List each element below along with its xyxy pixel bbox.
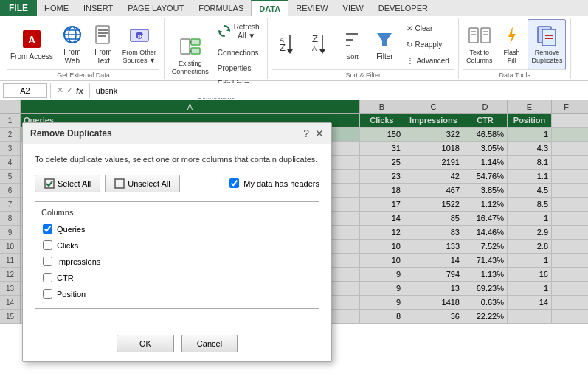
clear-button[interactable]: ✕ Clear [402,21,453,35]
refresh-icon [217,24,232,38]
svg-marker-39 [508,27,516,44]
column-checkbox-position[interactable] [43,289,52,299]
sort-asc-icon: A Z [275,32,299,55]
flash-fill-button[interactable]: FlashFill [497,19,526,69]
my-data-headers-checkbox[interactable] [229,178,239,188]
from-other-sources-icon: DB [128,24,151,47]
tab-view[interactable]: VIEW [336,0,371,16]
column-item-position: Position [41,286,313,302]
svg-text:A: A [312,45,317,52]
ok-button[interactable]: OK [117,335,174,352]
formula-bar-divider2 [89,83,90,98]
tab-page-layout[interactable]: PAGE LAYOUT [120,0,191,16]
from-text-icon [91,23,115,46]
column-checkbox-queries[interactable] [43,224,52,234]
from-web-icon [60,23,84,46]
sort-filter-label: Sort & Filter [272,69,453,79]
modal-footer: OK Cancel [23,327,331,361]
filter-button[interactable]: Filter [370,19,399,69]
select-all-icon [44,178,55,189]
column-item-clicks: Clicks [41,237,313,254]
tab-insert[interactable]: INSERT [76,0,120,16]
grid-container: A B C D E F 1 Queries Clicks Impressions… [0,100,588,324]
column-checkbox-impressions[interactable] [43,257,52,266]
tab-review[interactable]: REVIEW [288,0,335,16]
text-to-columns-icon [468,24,491,47]
modal-help-icon[interactable]: ? [303,128,309,139]
properties-sub-button[interactable]: Properties [213,60,263,75]
connections-buttons: ExistingConnections RefreshAll ▼ [169,19,263,91]
column-item-queries: Queries [41,221,313,237]
columns-box: Columns QueriesClicksImpressionsCTRPosit… [35,201,319,309]
cancel-formula-icon[interactable]: ✕ [57,86,63,95]
confirm-formula-icon[interactable]: ✓ [66,86,73,95]
advanced-button[interactable]: ⋮ Advanced [402,53,453,68]
data-tools-label: Data Tools [463,69,567,79]
modal-title: Remove Duplicates [30,128,112,139]
get-external-data-label: Get External Data [7,69,159,79]
existing-connections-button[interactable]: ExistingConnections [169,30,212,80]
select-all-button[interactable]: Select All [35,175,100,192]
unselect-all-icon [114,178,125,189]
svg-rect-16 [191,48,200,54]
svg-rect-34 [481,28,490,43]
remove-duplicates-modal: Remove Duplicates ? ✕ To delete duplicat… [22,122,332,362]
refresh-all-button[interactable]: RefreshAll ▼ [213,19,263,44]
from-other-sources-button[interactable]: DB From OtherSources ▼ [120,19,159,69]
svg-text:DB: DB [135,33,144,40]
column-label-position: Position [57,290,86,299]
svg-text:Z: Z [312,33,318,44]
cancel-button[interactable]: Cancel [181,335,238,352]
cell-reference-input[interactable] [3,83,47,98]
modal-titlebar: Remove Duplicates ? ✕ [23,123,331,144]
modal-titlebar-icons: ? ✕ [303,128,324,139]
column-items: QueriesClicksImpressionsCTRPosition [41,221,313,302]
column-label-ctr: CTR [57,274,74,282]
modal-body: To delete duplicate values, select one o… [23,144,331,327]
svg-rect-33 [469,28,478,43]
filter-sub-buttons: ✕ Clear ↻ Reapply ⋮ Advanced [402,21,453,68]
unselect-all-button[interactable]: Unselect All [105,175,179,192]
svg-marker-24 [287,49,293,54]
column-label-clicks: Clicks [57,241,78,250]
column-checkbox-ctr[interactable] [43,273,52,282]
tab-data[interactable]: DATA [251,0,288,16]
modal-close-icon[interactable]: ✕ [315,128,324,139]
svg-rect-15 [191,39,200,45]
reapply-button[interactable]: ↻ Reapply [402,37,453,52]
svg-rect-14 [181,39,190,54]
tab-developer[interactable]: DEVELOPER [371,0,435,16]
from-text-button[interactable]: FromText [89,19,118,69]
remove-duplicates-button[interactable]: RemoveDuplicates [528,19,566,69]
connections-sub-button[interactable]: Connections [213,45,263,60]
svg-rect-44 [45,179,54,188]
insert-function-icon[interactable]: fx [76,86,83,95]
tab-home[interactable]: HOME [37,0,76,16]
connections-group: ExistingConnections RefreshAll ▼ [165,18,269,79]
sort-asc-button[interactable]: A Z [272,19,302,69]
column-checkbox-clicks[interactable] [43,240,52,250]
from-web-button[interactable]: FromWeb [58,19,87,69]
column-label-impressions: Impressions [57,257,100,266]
tab-formulas[interactable]: FORMULAS [191,0,251,16]
sort-desc-icon: Z A [308,32,331,55]
svg-text:A: A [28,34,35,46]
file-button[interactable]: FILE [0,0,37,16]
formula-divider [50,83,51,98]
data-tools-group: Text toColumns FlashFill [459,18,572,79]
remove-duplicates-icon [535,24,558,47]
column-item-impressions: Impressions [41,254,313,270]
from-access-button[interactable]: A From Access [7,19,56,69]
sort-desc-button[interactable]: Z A [305,19,334,69]
modal-description: To delete duplicate values, select one o… [35,153,319,166]
svg-text:Z: Z [280,42,286,53]
column-label-queries: Queries [57,225,86,234]
svg-marker-32 [377,33,392,46]
sort-filter-group: A Z Z A [268,18,458,79]
sort-button[interactable]: Sort [337,19,367,69]
modal-overlay: Remove Duplicates ? ✕ To delete duplicat… [0,100,588,324]
get-external-data-buttons: A From Access FromWeb [7,19,159,69]
text-to-columns-button[interactable]: Text toColumns [463,19,496,69]
sort-filter-buttons: A Z Z A [272,19,453,69]
formula-input[interactable] [93,83,585,98]
